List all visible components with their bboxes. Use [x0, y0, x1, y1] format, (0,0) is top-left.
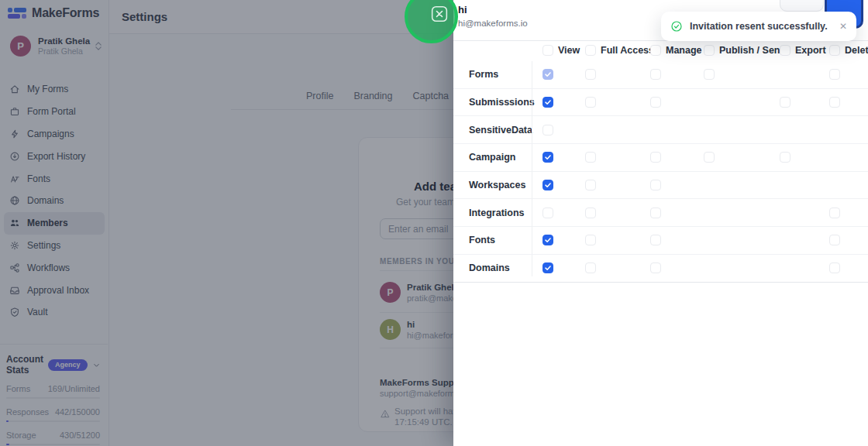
- perm-checkbox-sensitivedata-view[interactable]: [542, 125, 553, 136]
- permission-row-label: Workspaces: [469, 180, 525, 190]
- perm-checkbox-submisssions-delete[interactable]: [829, 97, 840, 108]
- perm-checkbox-integrations-view[interactable]: [542, 208, 553, 218]
- perm-checkbox-integrations-delete[interactable]: [829, 208, 840, 218]
- perm-column-label: Export: [795, 45, 826, 56]
- perm-column-label: Manage: [666, 45, 702, 56]
- permissions-table-body: FormsSubmisssionsSensitiveDataCampaignWo…: [453, 61, 868, 283]
- perm-header-checkbox-export[interactable]: [780, 45, 790, 56]
- perm-checkbox-submisssions-manage[interactable]: [650, 97, 661, 108]
- perm-checkbox-forms-publish_send[interactable]: [704, 69, 715, 80]
- perm-header-checkbox-view[interactable]: [542, 45, 553, 56]
- permission-row-campaign: Campaign: [453, 144, 868, 172]
- permission-row-fonts: Fonts: [453, 227, 868, 255]
- permission-row-label: Forms: [469, 69, 498, 80]
- perm-checkbox-integrations-manage[interactable]: [650, 208, 661, 218]
- perm-checkbox-domains-full_access[interactable]: [585, 262, 596, 273]
- perm-checkbox-submisssions-view[interactable]: [542, 97, 553, 108]
- perm-checkbox-domains-delete[interactable]: [829, 262, 840, 273]
- perm-column-view: View: [542, 45, 580, 56]
- perm-checkbox-submisssions-export[interactable]: [780, 97, 790, 108]
- permission-row-label: Submisssions: [469, 97, 535, 108]
- perm-column-publish_send: Publish / Send: [704, 45, 786, 56]
- perm-column-label: Publish / Send: [719, 45, 786, 56]
- perm-checkbox-domains-view[interactable]: [542, 262, 553, 273]
- perm-checkbox-domains-manage[interactable]: [650, 262, 661, 273]
- perm-checkbox-workspaces-manage[interactable]: [650, 180, 661, 190]
- modal-member-name: hi: [458, 4, 467, 15]
- permission-row-forms: Forms: [453, 61, 868, 89]
- toast-message: Invitation resent successfully.: [690, 21, 832, 32]
- divider: [532, 61, 532, 276]
- perm-column-label: Delete: [845, 45, 868, 56]
- perm-header-checkbox-delete[interactable]: [829, 45, 840, 56]
- permission-row-label: Domains: [469, 262, 510, 273]
- toast-close-icon[interactable]: ✕: [839, 21, 847, 32]
- permission-row-integrations: Integrations: [453, 199, 868, 227]
- modal-close-button[interactable]: [431, 5, 448, 22]
- perm-checkbox-fonts-view[interactable]: [542, 235, 553, 245]
- perm-checkbox-fonts-delete[interactable]: [829, 235, 840, 245]
- perm-column-delete: Delete: [829, 45, 868, 56]
- perm-column-label: Full Access: [601, 45, 654, 56]
- perm-checkbox-campaign-full_access[interactable]: [585, 152, 596, 163]
- perm-checkbox-campaign-publish_send[interactable]: [704, 152, 715, 163]
- perm-header-checkbox-full_access[interactable]: [585, 45, 596, 56]
- perm-checkbox-integrations-full_access[interactable]: [585, 208, 596, 218]
- permission-row-label: Campaign: [469, 152, 515, 163]
- member-permissions-modal: hi hi@makeforms.io ViewFull AccessManage…: [453, 0, 868, 446]
- modal-member-email: hi@makeforms.io: [458, 19, 528, 28]
- permission-row-workspaces: Workspaces: [453, 172, 868, 200]
- perm-checkbox-workspaces-view[interactable]: [542, 180, 553, 190]
- perm-checkbox-submisssions-full_access[interactable]: [585, 97, 596, 108]
- perm-checkbox-forms-view[interactable]: [542, 69, 553, 80]
- success-check-icon: [670, 20, 683, 33]
- permission-row-sensitivedata: SensitiveData: [453, 116, 868, 144]
- permission-row-label: Fonts: [469, 235, 495, 245]
- perm-column-label: View: [558, 45, 580, 56]
- perm-column-export: Export: [780, 45, 826, 56]
- perm-column-manage: Manage: [650, 45, 702, 56]
- perm-header-checkbox-manage[interactable]: [650, 45, 661, 56]
- app-root: MakeForms P Pratik Ghela Pratik Ghela My…: [0, 0, 868, 446]
- perm-checkbox-forms-manage[interactable]: [650, 69, 661, 80]
- perm-checkbox-campaign-view[interactable]: [542, 152, 553, 163]
- perm-checkbox-campaign-manage[interactable]: [650, 152, 661, 163]
- permission-row-label: Integrations: [469, 208, 525, 218]
- perm-checkbox-fonts-full_access[interactable]: [585, 235, 596, 245]
- modal-secondary-button[interactable]: [780, 0, 824, 12]
- close-icon: [431, 5, 448, 22]
- permission-row-domains: Domains: [453, 255, 868, 283]
- permission-row-submisssions: Submisssions: [453, 89, 868, 117]
- perm-checkbox-forms-delete[interactable]: [829, 69, 840, 80]
- toast-notification: Invitation resent successfully. ✕: [661, 12, 856, 41]
- perm-checkbox-workspaces-full_access[interactable]: [585, 180, 596, 190]
- perm-header-checkbox-publish_send[interactable]: [704, 45, 715, 56]
- perm-column-full_access: Full Access: [585, 45, 654, 56]
- permission-row-label: SensitiveData: [469, 125, 532, 136]
- permissions-table-header: ViewFull AccessManagePublish / SendExpor…: [453, 40, 868, 61]
- perm-checkbox-fonts-manage[interactable]: [650, 235, 661, 245]
- perm-checkbox-forms-full_access[interactable]: [585, 69, 596, 80]
- perm-checkbox-campaign-export[interactable]: [780, 152, 790, 163]
